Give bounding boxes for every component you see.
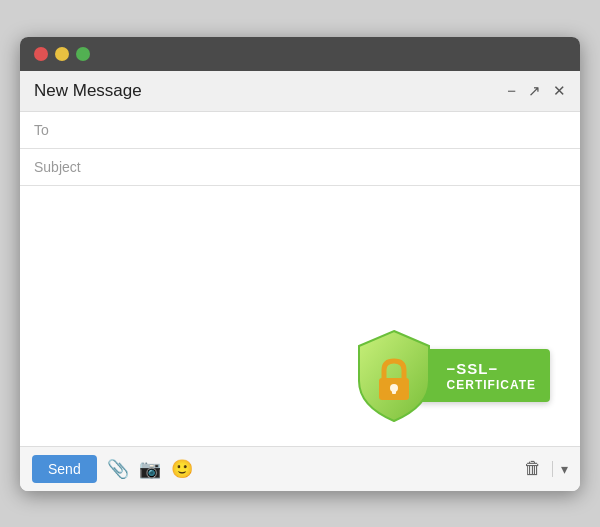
window-title: New Message	[34, 81, 142, 101]
ssl-badge: −SSL− CERTIFICATE	[349, 326, 550, 426]
shield-icon	[349, 326, 439, 426]
camera-icon[interactable]: 📷	[139, 458, 161, 480]
compose-toolbar: Send 📎 📷 🙂 🗑 ▾	[20, 446, 580, 491]
more-options-icon[interactable]: ▾	[552, 461, 568, 477]
ssl-line2: CERTIFICATE	[447, 378, 536, 392]
close-button[interactable]	[34, 47, 48, 61]
maximize-button[interactable]	[76, 47, 90, 61]
to-label: To	[34, 122, 94, 138]
minimize-icon[interactable]: −	[507, 82, 516, 99]
title-header: New Message − ↗ ✕	[20, 71, 580, 112]
titlebar	[20, 37, 580, 71]
to-field-row: To	[20, 112, 580, 149]
minimize-button[interactable]	[55, 47, 69, 61]
traffic-lights	[34, 47, 90, 61]
window-controls: − ↗ ✕	[507, 82, 566, 100]
compose-window: New Message − ↗ ✕ To Subject	[20, 37, 580, 491]
toolbar-left: Send 📎 📷 🙂	[32, 455, 193, 483]
subject-label: Subject	[34, 159, 94, 175]
send-button[interactable]: Send	[32, 455, 97, 483]
attach-icon[interactable]: 📎	[107, 458, 129, 480]
subject-field-row: Subject	[20, 149, 580, 186]
toolbar-right: 🗑 ▾	[524, 458, 568, 479]
delete-icon[interactable]: 🗑	[524, 458, 542, 479]
close-icon[interactable]: ✕	[553, 82, 566, 100]
message-body[interactable]: −SSL− CERTIFICATE	[20, 186, 580, 446]
to-input[interactable]	[94, 122, 566, 138]
expand-icon[interactable]: ↗	[528, 82, 541, 100]
subject-input[interactable]	[94, 159, 566, 175]
ssl-line1: −SSL−	[447, 359, 536, 379]
svg-rect-2	[392, 388, 396, 394]
emoji-icon[interactable]: 🙂	[171, 458, 193, 480]
